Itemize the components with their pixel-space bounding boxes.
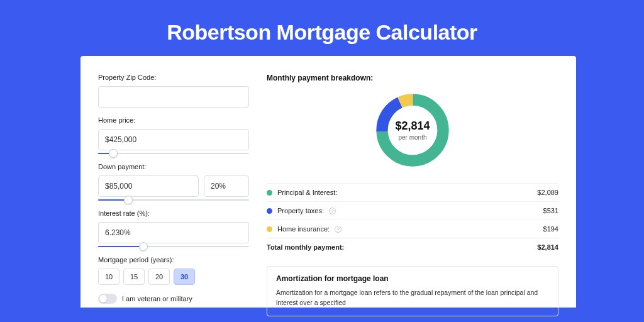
home-price-field-group: Home price:	[98, 116, 249, 154]
legend-dot-icon	[267, 226, 272, 232]
legend-value: $194	[543, 225, 558, 233]
legend-value: $531	[543, 207, 558, 214]
page-title: Robertson Mortgage Calculator	[0, 0, 644, 56]
legend-row-total: Total monthly payment: $2,814	[267, 238, 558, 256]
donut-amount: $2,814	[395, 119, 430, 133]
legend-total-label: Total monthly payment:	[267, 243, 344, 251]
zip-label: Property Zip Code:	[98, 74, 249, 81]
legend-dot-icon	[267, 190, 272, 196]
amortization-title: Amortization for mortgage loan	[276, 274, 549, 283]
legend-row: Property taxes:?$531	[267, 201, 558, 219]
period-option-15[interactable]: 15	[123, 269, 145, 285]
legend-total-value: $2,814	[537, 243, 558, 251]
period-option-30[interactable]: 30	[174, 269, 195, 285]
legend-label: Home insurance:	[277, 225, 330, 233]
zip-field-group: Property Zip Code:	[98, 74, 249, 108]
home-price-label: Home price:	[98, 116, 249, 124]
interest-slider-fill	[98, 246, 143, 247]
period-label: Mortgage period (years):	[98, 256, 249, 264]
veteran-row: I am veteran or military	[98, 294, 249, 304]
legend-label: Property taxes:	[277, 207, 324, 214]
calculator-card: Property Zip Code: Home price: Down paym…	[80, 56, 576, 308]
period-option-20[interactable]: 20	[148, 269, 170, 285]
interest-slider-thumb[interactable]	[139, 242, 148, 251]
veteran-toggle[interactable]	[98, 294, 117, 304]
period-options: 10152030	[98, 269, 249, 285]
form-column: Property Zip Code: Home price: Down paym…	[98, 74, 249, 308]
donut-center: $2,814 per month	[372, 90, 453, 170]
breakdown-column: Monthly payment breakdown: $2,814 per mo…	[267, 74, 558, 308]
home-price-slider-thumb[interactable]	[109, 149, 118, 158]
zip-input[interactable]	[98, 86, 249, 108]
down-payment-slider-thumb[interactable]	[124, 196, 133, 204]
legend-dot-icon	[267, 208, 272, 214]
down-payment-label: Down payment:	[98, 163, 249, 170]
donut-sub: per month	[398, 134, 426, 141]
legend-value: $2,089	[537, 189, 558, 196]
interest-input[interactable]	[98, 222, 249, 243]
legend-row: Home insurance:?$194	[267, 219, 558, 238]
legend-row: Principal & Interest:$2,089	[267, 183, 558, 201]
donut-chart: $2,814 per month	[372, 90, 453, 170]
info-icon[interactable]: ?	[329, 208, 336, 214]
legend-label: Principal & Interest:	[277, 189, 337, 196]
veteran-label: I am veteran or military	[122, 295, 192, 303]
home-price-input[interactable]	[98, 129, 249, 150]
down-payment-input[interactable]	[98, 175, 199, 197]
interest-field-group: Interest rate (%):	[98, 209, 249, 247]
down-payment-slider[interactable]	[98, 199, 249, 201]
period-option-10[interactable]: 10	[98, 269, 119, 285]
amortization-text: Amortization for a mortgage loan refers …	[276, 288, 549, 308]
legend-list: Principal & Interest:$2,089Property taxe…	[267, 183, 558, 238]
period-field-group: Mortgage period (years): 10152030	[98, 256, 249, 285]
interest-slider[interactable]	[98, 246, 249, 247]
down-payment-field-group: Down payment:	[98, 163, 249, 201]
veteran-toggle-knob	[99, 295, 107, 303]
interest-label: Interest rate (%):	[98, 209, 249, 217]
amortization-box: Amortization for mortgage loan Amortizat…	[267, 266, 558, 316]
down-payment-pct-input[interactable]	[204, 175, 249, 197]
breakdown-heading: Monthly payment breakdown:	[267, 74, 558, 82]
home-price-slider[interactable]	[98, 153, 249, 154]
info-icon[interactable]: ?	[335, 226, 341, 233]
donut-wrap: $2,814 per month	[267, 90, 558, 170]
